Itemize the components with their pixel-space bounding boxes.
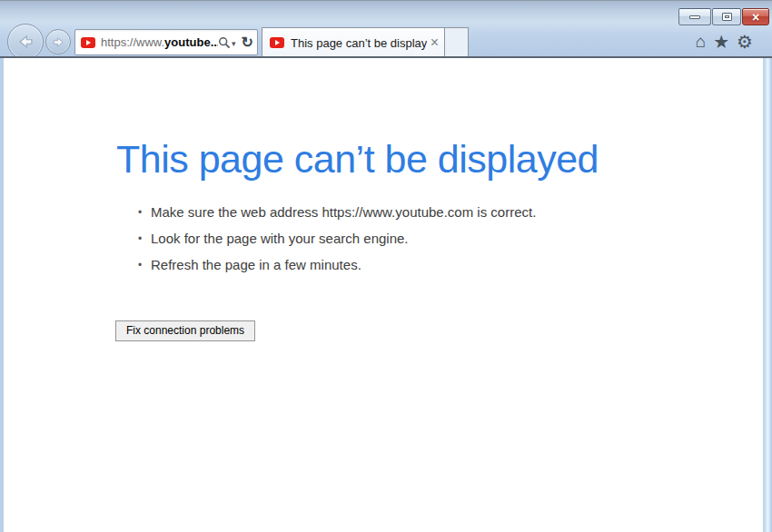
url-text[interactable]: https://www.youtube... [101, 35, 218, 49]
minimize-button[interactable] [678, 8, 711, 25]
search-icon[interactable] [218, 36, 231, 49]
forward-arrow-icon [51, 34, 66, 50]
caption-buttons: × [678, 8, 770, 25]
address-bar[interactable]: https://www.youtube... ▾ ↻ [74, 29, 258, 55]
site-favicon-youtube-icon[interactable] [81, 37, 95, 48]
favorites-star-icon[interactable]: ★ [713, 32, 729, 52]
browser-window: × https://www.youtube... [0, 0, 772, 532]
close-button[interactable]: × [742, 8, 769, 25]
url-domain: youtube... [164, 35, 218, 49]
suggestion-item: Refresh the page in a few minutes. [151, 256, 763, 274]
page-title: This page can’t be displayed [116, 136, 763, 182]
minimize-icon [689, 15, 700, 19]
tab-favicon-youtube-icon [270, 37, 284, 48]
suggestion-list: Make sure the web address https://www.yo… [151, 203, 763, 274]
restore-icon [722, 13, 732, 21]
tab-this-page-cant-be-displayed[interactable]: This page can’t be displayed × [262, 27, 445, 57]
back-button[interactable] [7, 24, 44, 60]
back-arrow-icon [15, 32, 35, 52]
refresh-icon[interactable]: ↻ [242, 35, 253, 50]
close-icon: × [752, 11, 759, 24]
error-page: This page can’t be displayed Make sure t… [4, 58, 763, 532]
home-icon[interactable]: ⌂ [696, 32, 706, 52]
fix-connection-problems-button[interactable]: Fix connection problems [115, 320, 255, 341]
address-bar-icons: ▾ ↻ [218, 35, 253, 50]
window-border-right [763, 58, 772, 532]
suggestion-item: Look for the page with your search engin… [151, 230, 763, 248]
url-scheme: https://www. [101, 35, 164, 49]
forward-button[interactable] [45, 29, 71, 54]
tab-close-icon[interactable]: × [431, 35, 439, 50]
chevron-down-icon[interactable]: ▾ [232, 39, 236, 48]
suggestion-item: Make sure the web address https://www.yo… [151, 203, 763, 222]
tools-gear-icon[interactable]: ⚙ [737, 32, 753, 52]
new-tab-button[interactable] [445, 27, 469, 57]
window-border-left [0, 58, 4, 532]
tab-title: This page can’t be displayed [291, 36, 427, 50]
toolbar-right: ⌂ ★ ⚙ [688, 32, 753, 52]
browser-chrome: × https://www.youtube... [0, 0, 772, 56]
restore-button[interactable] [712, 8, 741, 25]
